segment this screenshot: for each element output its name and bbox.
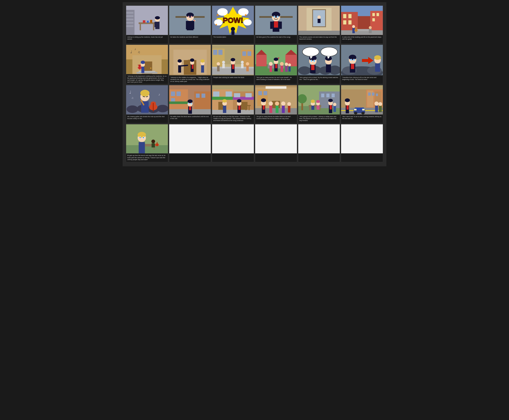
panel-5 [298, 6, 340, 35]
panel-3: ★ ★ ★ POW! [212, 6, 254, 35]
svg-rect-130 [246, 66, 249, 71]
svg-rect-128 [217, 66, 220, 71]
svg-rect-186 [351, 64, 354, 69]
svg-point-256 [261, 98, 266, 102]
svg-text:♩: ♩ [130, 50, 132, 54]
panel-17 [298, 85, 340, 115]
panel-2 [169, 6, 211, 35]
svg-line-199 [146, 97, 148, 97]
svg-rect-9 [153, 24, 154, 30]
cell-8: "Johnny's in the middle of a magazine...… [169, 45, 211, 84]
svg-text:♥: ♥ [278, 56, 279, 60]
svg-rect-41 [232, 31, 235, 35]
svg-rect-6 [126, 25, 133, 27]
caption-7: "Johnnys in the basement cooking up the … [126, 74, 168, 84]
svg-point-242 [237, 99, 242, 102]
caption-22 [255, 154, 297, 162]
svg-point-290 [333, 103, 336, 106]
svg-rect-70 [372, 13, 375, 16]
svg-rect-11 [147, 21, 149, 23]
svg-point-331 [143, 137, 144, 138]
svg-rect-258 [263, 105, 265, 110]
cell-10: ♥ "He's got so many women he can't even … [255, 45, 297, 84]
panel-19 [126, 124, 168, 154]
svg-point-80 [369, 26, 372, 29]
cell-12: Transition from Johnny to Eli on the las… [341, 45, 383, 84]
svg-rect-216 [202, 94, 205, 98]
svg-point-265 [287, 102, 291, 106]
svg-rect-94 [138, 65, 140, 65]
svg-point-124 [231, 58, 236, 61]
svg-rect-81 [369, 29, 372, 33]
svg-rect-315 [379, 106, 382, 112]
svg-rect-244 [238, 106, 240, 110]
caption-5: The camera zooms out and makes its way o… [298, 35, 340, 44]
svg-text:★: ★ [244, 13, 247, 17]
row-3: ♩ ♪ ♫ His creamy guitar solo breaks the … [126, 85, 383, 123]
cell-22 [255, 124, 297, 162]
svg-text:♫: ♫ [131, 96, 134, 99]
caption-11: "He's going to let us down" As his adori… [298, 75, 340, 84]
svg-rect-60 [318, 19, 320, 23]
svg-point-40 [231, 27, 235, 31]
caption-24 [341, 154, 383, 162]
svg-text:♫: ♫ [137, 50, 140, 54]
svg-point-183 [350, 59, 352, 61]
svg-rect-210 [171, 91, 175, 96]
svg-rect-104 [178, 65, 181, 73]
cell-21 [212, 124, 254, 162]
svg-point-151 [285, 63, 288, 66]
svg-rect-298 [372, 92, 374, 96]
cell-14: He walks down the block alone undisturbe… [169, 85, 211, 123]
svg-point-239 [222, 99, 227, 102]
panel-6 [341, 6, 383, 35]
svg-rect-88 [137, 72, 157, 74]
svg-rect-260 [269, 106, 272, 113]
svg-rect-240 [223, 106, 226, 113]
svg-text:♪: ♪ [135, 47, 136, 51]
svg-rect-134 [241, 63, 243, 68]
svg-point-192 [127, 105, 138, 113]
svg-point-219 [188, 99, 192, 103]
svg-rect-215 [196, 94, 199, 98]
svg-rect-267 [266, 86, 286, 89]
svg-point-180 [349, 55, 356, 60]
svg-rect-95 [141, 67, 144, 73]
svg-rect-67 [349, 14, 352, 18]
svg-rect-112 [192, 65, 193, 69]
svg-point-312 [374, 101, 379, 106]
svg-line-198 [143, 97, 145, 97]
svg-rect-282 [311, 106, 314, 110]
caption-16: "He got so many friends be better think … [255, 115, 297, 123]
svg-point-20 [186, 13, 194, 18]
svg-rect-236 [245, 93, 252, 97]
svg-point-103 [178, 59, 182, 63]
svg-rect-10 [143, 20, 145, 23]
svg-rect-203 [153, 103, 154, 111]
caption-12: Transition from Johnny to Eli on the las… [341, 75, 383, 84]
svg-rect-228 [212, 97, 233, 100]
svg-rect-3 [126, 15, 133, 17]
svg-rect-61 [298, 31, 340, 35]
svg-point-75 [352, 25, 355, 28]
svg-rect-137 [256, 55, 266, 66]
panel-18 [341, 85, 383, 115]
svg-point-322 [152, 140, 155, 143]
caption-3: The transformation [212, 35, 254, 44]
cell-1: Johnny is coking up the medicine, music … [126, 6, 168, 44]
svg-point-287 [328, 99, 333, 102]
svg-point-189 [374, 55, 381, 60]
caption-2: He takes the medicine and feels differen… [169, 35, 211, 44]
svg-rect-297 [368, 92, 371, 96]
svg-rect-307 [362, 109, 365, 111]
svg-rect-101 [184, 60, 196, 75]
cell-24 [341, 124, 383, 162]
svg-point-284 [316, 100, 320, 103]
svg-point-110 [190, 59, 194, 62]
svg-point-223 [191, 103, 192, 104]
svg-rect-235 [234, 93, 240, 97]
storyboard: Johnny is coking up the medicine, music … [123, 2, 386, 166]
svg-point-164 [311, 60, 312, 61]
caption-6: A wide-shot of the building and Eli on t… [341, 35, 383, 44]
svg-point-149 [280, 62, 284, 66]
